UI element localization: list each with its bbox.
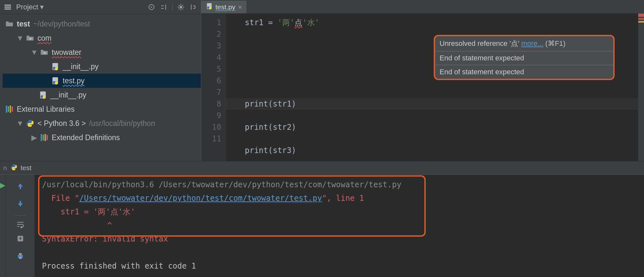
- libraries-icon: [5, 105, 14, 113]
- folder-icon: [5, 20, 14, 28]
- python-file-icon: [51, 77, 59, 85]
- tree-node-label: twowater: [52, 45, 81, 59]
- console-caret: ^: [42, 221, 112, 230]
- tooltip-shortcut: (⌘F1): [545, 39, 566, 47]
- tree-item-init1[interactable]: __init__.py: [3, 59, 201, 74]
- editor-pane: test.py × 1 2 3 4 5 6 7 8 9 10 11: [201, 0, 644, 161]
- run-tool-window: ▶ /usr/local/bin/python3.6 /Users/twowat…: [0, 174, 644, 277]
- project-pane-header: Project ▾: [0, 0, 201, 14]
- tooltip-row: End of statement expected: [435, 65, 613, 79]
- line-number: 11: [201, 133, 221, 145]
- svg-rect-1: [5, 6, 11, 8]
- tree-item-testpy[interactable]: test.py: [3, 74, 201, 88]
- tree-node-path: /usr/local/bin/python: [89, 116, 155, 130]
- line-number: 6: [201, 75, 221, 87]
- soft-wrap-icon[interactable]: [15, 215, 26, 227]
- tooltip-row: Unresolved reference '点' more... (⌘F1): [435, 36, 613, 51]
- tree-node-twowater[interactable]: ▼ twowater: [3, 45, 201, 59]
- svg-point-7: [44, 52, 46, 54]
- error-stripe[interactable]: [638, 14, 644, 161]
- close-icon[interactable]: ×: [238, 3, 242, 11]
- run-config-name[interactable]: test: [21, 164, 32, 172]
- chevron-down-icon: ▼: [17, 31, 23, 45]
- tooltip-text: End of statement expected: [440, 54, 524, 62]
- editor-tab-label: test.py: [215, 3, 235, 11]
- chevron-down-icon: ▾: [40, 3, 44, 11]
- line-number: 1: [201, 17, 221, 28]
- line-number: 10: [201, 121, 221, 133]
- top-split: Project ▾ test ~/dev/python/test ▼: [0, 0, 644, 161]
- tooltip-text: End of statement expected: [440, 68, 524, 76]
- console-toolbar: [6, 175, 35, 277]
- line-number: 8: [201, 98, 221, 110]
- folder-icon: [40, 48, 48, 56]
- warning-mark[interactable]: [638, 21, 644, 23]
- rerun-icon[interactable]: ▶: [0, 181, 5, 190]
- python-icon: [10, 164, 17, 172]
- console-file-prefix: File ": [42, 194, 79, 203]
- editor-tabs: test.py ×: [201, 0, 644, 14]
- console-cmd: /usr/local/bin/python3.6 /Users/twowater…: [42, 180, 401, 189]
- svg-point-10: [55, 67, 58, 70]
- export-icon[interactable]: [15, 233, 26, 244]
- tree-node-com[interactable]: ▼ com: [3, 31, 201, 45]
- tree-root-name: test: [17, 17, 30, 31]
- scroll-up-icon[interactable]: [15, 180, 26, 192]
- tree-node-label: < Python 3.6 >: [37, 116, 86, 130]
- gear-icon[interactable]: [177, 3, 185, 11]
- svg-point-19: [209, 7, 211, 9]
- python-file-icon: [39, 91, 47, 99]
- inspection-tooltip: Unresolved reference '点' more... (⌘F1) E…: [434, 35, 615, 80]
- project-tree[interactable]: test ~/dev/python/test ▼ com ▼ twowater …: [0, 14, 201, 147]
- console-file-link[interactable]: /Users/twowater/dev/python/test/com/twow…: [79, 194, 322, 203]
- tree-item-init2[interactable]: __init__.py: [3, 88, 201, 102]
- python-file-icon: [206, 3, 213, 11]
- python-icon: [26, 119, 34, 128]
- tree-python-env[interactable]: ▼ < Python 3.6 > /usr/local/bin/python: [3, 116, 201, 130]
- tooltip-more-link[interactable]: more...: [521, 39, 543, 47]
- chevron-right-icon: ▶: [32, 130, 37, 145]
- print-icon[interactable]: [15, 250, 26, 262]
- run-sidebar-cut: ▶: [0, 175, 6, 277]
- line-number: 9: [201, 110, 221, 121]
- code-line: print(str3): [245, 146, 296, 155]
- code-fragment: '水': [302, 18, 319, 27]
- tree-item-label: __init__.py: [50, 88, 86, 102]
- tree-root-path: ~/dev/python/test: [33, 17, 90, 31]
- line-number: 5: [201, 63, 221, 75]
- svg-rect-23: [19, 257, 22, 259]
- project-view-icon[interactable]: [4, 3, 12, 11]
- run-tab-stub: n: [3, 164, 7, 172]
- editor-tab-testpy[interactable]: test.py ×: [201, 1, 246, 13]
- svg-point-5: [180, 6, 182, 8]
- folder-icon: [26, 34, 34, 42]
- project-pane-title-text: Project: [16, 3, 38, 11]
- scroll-down-icon[interactable]: [15, 198, 26, 210]
- line-number: 4: [201, 52, 221, 63]
- tree-item-label: __init__.py: [63, 59, 99, 74]
- svg-rect-22: [19, 253, 22, 255]
- tooltip-row: End of statement expected: [435, 51, 613, 65]
- tree-root[interactable]: test ~/dev/python/test: [3, 17, 201, 31]
- tree-node-label: External Libraries: [17, 102, 75, 116]
- line-number: 3: [201, 40, 221, 52]
- target-icon[interactable]: [148, 3, 155, 11]
- ide-window: Project ▾ test ~/dev/python/test ▼: [0, 0, 644, 277]
- code-line: print(str1): [245, 99, 296, 108]
- console-file-suffix: ", line 1: [322, 194, 364, 203]
- hide-icon[interactable]: [189, 3, 197, 11]
- console-text[interactable]: /usr/local/bin/python3.6 /Users/twowater…: [42, 178, 644, 273]
- tree-extended-definitions[interactable]: ▶ Extended Definitions: [3, 130, 201, 145]
- collapse-icon[interactable]: [160, 3, 168, 11]
- code-fragment: '两': [277, 18, 295, 27]
- project-pane-title[interactable]: Project ▾: [16, 3, 44, 11]
- tree-external-libraries[interactable]: External Libraries: [3, 102, 201, 116]
- console-output[interactable]: /usr/local/bin/python3.6 /Users/twowater…: [35, 175, 644, 277]
- line-number: 2: [201, 28, 221, 40]
- code-fragment: str1 =: [245, 18, 277, 27]
- error-mark[interactable]: [638, 18, 644, 20]
- svg-point-6: [29, 38, 32, 40]
- svg-rect-2: [5, 8, 11, 10]
- error-indicator: [638, 14, 644, 17]
- libraries-icon: [40, 133, 48, 142]
